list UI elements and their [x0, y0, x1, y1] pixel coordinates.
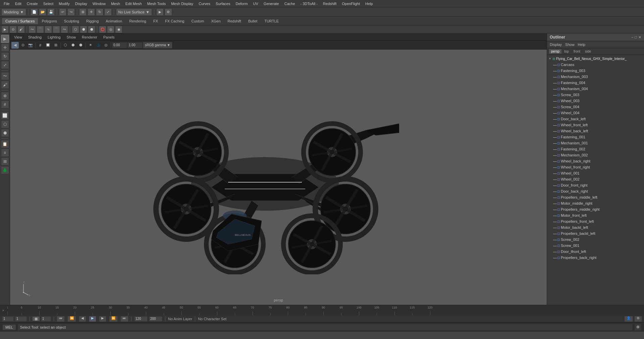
menu-uv[interactable]: UV: [251, 1, 261, 6]
tab-animation[interactable]: Animation: [102, 18, 125, 24]
surface-tool-2[interactable]: ⬢: [80, 26, 87, 33]
expand-icon[interactable]: ▼: [548, 57, 552, 60]
tab-sculpting[interactable]: Sculpting: [61, 18, 83, 24]
list-item[interactable]: — ⊡ Carcass: [547, 62, 644, 68]
tab-custom[interactable]: Custom: [188, 18, 208, 24]
curve-tool-5[interactable]: 〜: [61, 26, 68, 33]
list-item[interactable]: — ⊡ Wheel_003: [547, 98, 644, 104]
redo-btn[interactable]: ↪: [67, 8, 75, 16]
list-item[interactable]: — ⊡ Motor_backt_left: [547, 224, 644, 230]
scale-btn[interactable]: ⤢: [104, 8, 112, 16]
menu-redshift[interactable]: Redshift: [321, 1, 339, 6]
next-frame-btn[interactable]: ▶: [99, 316, 106, 322]
tree-item-root[interactable]: ▼ ⊞ Flying_Car_Bell_Nexus_GHX_Simple_Int…: [547, 56, 644, 62]
menu-edit[interactable]: Edit: [13, 1, 24, 6]
list-item[interactable]: — ⊡ Mechanism_003: [547, 74, 644, 80]
list-item[interactable]: — ⊡ Door_back_left: [547, 116, 644, 122]
move-btn[interactable]: ✛: [88, 8, 95, 16]
new-scene-btn[interactable]: 📄: [31, 8, 38, 16]
tab-fx[interactable]: FX: [150, 18, 161, 24]
list-item[interactable]: — ⊡ Propellers_back_right: [547, 255, 644, 261]
menu-file[interactable]: File: [1, 1, 12, 6]
char-set-btn[interactable]: 👤: [624, 316, 633, 322]
vp-menu-renderer[interactable]: Renderer: [79, 35, 100, 40]
menu-help[interactable]: Help: [363, 1, 375, 6]
vp-cam-btn[interactable]: 📷: [27, 42, 34, 49]
move-tool-btn[interactable]: ✛: [1, 44, 9, 52]
vp-smooth-btn[interactable]: ⬣: [77, 42, 85, 49]
view-side[interactable]: side: [583, 49, 593, 54]
list-item[interactable]: — ⊡ Door_front_right: [547, 182, 644, 188]
outliner-menu-display[interactable]: Display: [550, 43, 562, 47]
vp-menu-panels[interactable]: Panels: [101, 35, 117, 40]
outliner-menu-help[interactable]: Help: [578, 43, 586, 47]
settings-btn[interactable]: ⚙: [634, 316, 642, 322]
vp-shaded-btn[interactable]: ⬢: [69, 42, 77, 49]
save-scene-btn[interactable]: 💾: [47, 8, 55, 16]
list-item[interactable]: — ⊡ Door_lfront_left: [547, 249, 644, 255]
select-tool-btn[interactable]: ▶: [1, 35, 9, 43]
sub-frame-input[interactable]: [15, 316, 27, 322]
list-item[interactable]: — ⊡ Wheel_002: [547, 176, 644, 182]
3d-viewport[interactable]: BELLNEXUS persp Y X: [10, 50, 547, 305]
list-item[interactable]: — ⊡ Mechanism_002: [547, 152, 644, 158]
menu-openflight[interactable]: OpenFlight: [339, 1, 362, 6]
tab-turtle[interactable]: TURTLE: [261, 18, 282, 24]
select-tool[interactable]: ▶: [1, 26, 9, 33]
curve-tool-2[interactable]: ⌒: [37, 26, 44, 33]
sculpt-tool-3[interactable]: ◉: [115, 26, 122, 33]
next-key-btn[interactable]: ⏩: [109, 316, 118, 322]
vp-gamma-dropdown[interactable]: sRGB gamma ▼: [143, 42, 172, 49]
outliner-close-btn[interactable]: ✕: [638, 35, 641, 40]
menu-surfaces[interactable]: Surfaces: [213, 1, 232, 6]
list-item[interactable]: — ⊡ Fastening_001: [547, 134, 644, 140]
vp-wireframe-btn[interactable]: ⬡: [62, 42, 69, 49]
status-input[interactable]: [18, 324, 633, 331]
layer-input[interactable]: [41, 316, 51, 322]
history-btn[interactable]: 📋: [1, 140, 9, 148]
list-item[interactable]: — ⊡ Propellers_middle_right: [547, 206, 644, 212]
outliner-tree[interactable]: ▼ ⊞ Flying_Car_Bell_Nexus_GHX_Simple_Int…: [547, 55, 644, 305]
wireframe-btn[interactable]: ⬡: [1, 120, 9, 128]
vp-lasso-btn[interactable]: ⊙: [19, 42, 26, 49]
curve-tool-4[interactable]: ⌒: [53, 26, 60, 33]
display-mode-btn[interactable]: ⬜: [1, 112, 9, 120]
menu-select[interactable]: Select: [41, 1, 56, 6]
list-item[interactable]: — ⊡ Wheel_back_left: [547, 128, 644, 134]
current-frame-input[interactable]: [2, 316, 14, 322]
list-item[interactable]: — ⊡ Propellers_backt_left: [547, 230, 644, 236]
sculpt-tool-2[interactable]: ◎: [107, 26, 114, 33]
soft-mod-btn[interactable]: 〜: [1, 72, 9, 80]
vp-shadow-btn[interactable]: 🌑: [95, 42, 102, 49]
list-item[interactable]: — ⊡ Fastening_004: [547, 80, 644, 86]
menu-create[interactable]: Create: [24, 1, 40, 6]
list-item[interactable]: — ⊡ Wheel_back_right: [547, 158, 644, 164]
list-item[interactable]: — ⊡ Wheel_front_right: [547, 164, 644, 170]
vp-menu-view[interactable]: View: [11, 35, 25, 40]
live-surface-dropdown[interactable]: No Live Surface ▼: [116, 8, 152, 16]
menu-deform[interactable]: Deform: [233, 1, 250, 6]
list-item[interactable]: — ⊡ Screw_002: [547, 236, 644, 243]
snap-grid-btn[interactable]: #: [1, 100, 9, 109]
menu-curves[interactable]: Curves: [196, 1, 213, 6]
sculpt-tool-1[interactable]: ⭕: [99, 26, 106, 33]
paint-select-tool[interactable]: 🖌: [17, 26, 25, 33]
menu-3dto[interactable]: - 3DToAll -: [298, 1, 320, 6]
vp-grid-btn[interactable]: #: [37, 42, 44, 49]
menu-mesh[interactable]: Mesh: [109, 1, 122, 6]
tab-rigging[interactable]: Rigging: [83, 18, 102, 24]
shaded-btn[interactable]: ⬣: [1, 129, 9, 137]
outliner-btn[interactable]: 🌲: [1, 166, 9, 174]
lasso-tool[interactable]: ⊙: [9, 26, 17, 33]
transform-btn[interactable]: ⊞: [79, 8, 87, 16]
surface-tool-3[interactable]: ⬣: [88, 26, 95, 33]
prev-frame-btn[interactable]: ◀: [79, 316, 86, 322]
list-item[interactable]: — ⊡ Wheel_001: [547, 170, 644, 176]
vp-menu-show[interactable]: Show: [64, 35, 79, 40]
timeline-ruler[interactable]: 1510152025303540455055606570758085909510…: [7, 305, 644, 315]
end-frame-input[interactable]: [134, 316, 148, 322]
tab-xgen[interactable]: XGen: [208, 18, 224, 24]
render-btn[interactable]: ▶: [156, 8, 164, 16]
list-item[interactable]: — ⊡ Wheel_004: [547, 110, 644, 116]
menu-modify[interactable]: Modify: [56, 1, 72, 6]
